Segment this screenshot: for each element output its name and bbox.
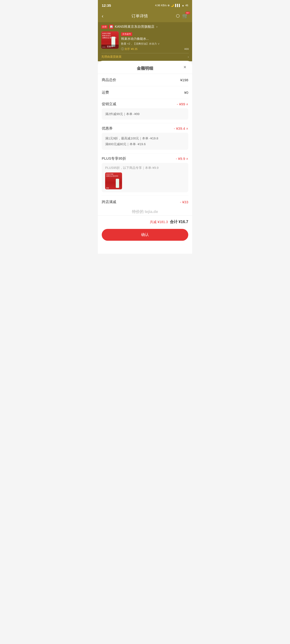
original-price: ¥99	[184, 48, 189, 50]
bluetooth-icon: ⊕	[168, 4, 170, 7]
cross-store-value: - ¥33	[180, 200, 188, 204]
plus-product-image: KANS 韩束清爽控油 紧实弹润 ¥99	[105, 172, 122, 189]
network-speed: 4.96 KB/s	[155, 4, 167, 7]
coupon-detail-box: 满1元9折，最高减100元｜本单 -¥19.8 满800元减80元｜本单 -¥1…	[102, 133, 188, 150]
plus-product-img-text: KANS 韩束清爽控油 紧实弹润	[106, 174, 118, 177]
coupon-header: 优惠券 - ¥39.4 ∧	[102, 126, 188, 131]
plus-detail-box: PLUS95折，以下商品专享｜本单-¥9.9 KANS 韩束清爽控油 紧实弹润 …	[102, 163, 188, 192]
status-icons: 4.96 KB/s ⊕ 🌙 ▌▌▌ ▲ 46	[155, 4, 188, 7]
moon-icon: 🌙	[171, 4, 174, 7]
arrival-price: 到手 ¥8.35	[125, 48, 137, 50]
coupon-detail-text-2: 满800元减80元｜本单 -¥19.6	[105, 141, 185, 147]
summary-row: 共减 ¥181.3 合计 ¥16.7	[102, 220, 188, 224]
confirm-button[interactable]: 确认	[102, 229, 188, 241]
nav-bar: ‹ 订单详情 ⬡ 🛒 99+	[98, 10, 192, 22]
shipping-value: ¥0	[184, 90, 188, 94]
promotion-label: 促销立减	[102, 102, 116, 106]
plus-detail-text: PLUS95折，以下商品专享｜本单-¥9.9	[105, 166, 185, 170]
promotion-value-row: - ¥99 ∧	[177, 102, 188, 106]
coupon-section: 优惠券 - ¥39.4 ∧ 满1元9折，最高减100元｜本单 -¥19.8 满8…	[102, 123, 188, 154]
return-policy-text: 无理由退货政策	[101, 55, 121, 59]
back-button[interactable]: ‹	[102, 13, 103, 19]
product-status-overlay: 采购中	[101, 44, 119, 49]
page-title: 订单详情	[131, 13, 148, 19]
coupon-value-row: - ¥39.4 ∧	[174, 126, 188, 130]
arrival-price-value: ¥8.35	[131, 48, 137, 50]
promotion-header: 促销立减 - ¥99 ∧	[102, 102, 188, 106]
plus-value: - ¥9.9	[176, 156, 185, 161]
bottom-sheet: 金额明细 × 商品总价 ¥198 运费 ¥0 促销立减 - ¥99 ∧ 满2件减…	[98, 61, 192, 254]
product-section: 自营 📊 KANS韩束京东自营旗舰店 › KANS 韩束韩束水动力清爽控油 紧实…	[98, 22, 192, 61]
return-policy-row[interactable]: 无理由退货政策 ›	[101, 53, 189, 59]
store-logo-icon: 📊	[109, 24, 113, 29]
plus-label: PLUS专享95折	[102, 156, 126, 161]
store-header[interactable]: 自营 📊 KANS韩束京东自营旗舰店 ›	[101, 24, 189, 29]
coupon-value: - ¥39.4	[174, 126, 185, 130]
plus-img-price: ¥99	[106, 187, 109, 189]
total-price-label: 商品总价	[102, 78, 116, 82]
wifi-icon: ▲	[182, 4, 184, 7]
amount-detail-list: 商品总价 ¥198 运费 ¥0 促销立减 - ¥99 ∧ 满2件减99元｜本单 …	[98, 74, 192, 208]
cart-badge: 99+	[185, 12, 190, 14]
plus-bottle-shape	[116, 179, 119, 188]
product-info: 京东超市 韩束水动力焕能水... 数量 ×2，【清爽控油】水动力 ∨ ⓘ 到手 …	[121, 31, 189, 51]
total-discount-value: ¥181.3	[158, 220, 168, 224]
status-bar: 12:35 4.96 KB/s ⊕ 🌙 ▌▌▌ ▲ 46	[98, 0, 192, 10]
plus-value-row: - ¥9.9 ∧	[176, 156, 188, 161]
product-spec[interactable]: 数量 ×2，【清爽控油】水动力 ∨	[121, 42, 189, 46]
nav-actions: ⬡ 🛒 99+	[176, 13, 188, 19]
status-time: 12:35	[102, 4, 111, 8]
jd-supermarket-badge: 京东超市	[121, 32, 132, 36]
battery-level: 46	[185, 4, 188, 7]
promotion-detail-text: 满2件减99元｜本单 -¥99	[105, 111, 185, 117]
total-final-label: 合计	[170, 220, 178, 224]
close-button[interactable]: ×	[182, 64, 188, 71]
coupon-label: 优惠券	[102, 126, 113, 131]
arrival-label: 到手	[125, 48, 130, 50]
cross-store-section: 跨店满减 - ¥33	[102, 196, 188, 208]
plus-section: PLUS专享95折 - ¥9.9 ∧ PLUS95折，以下商品专享｜本单-¥9.…	[102, 154, 188, 196]
total-price-row: 商品总价 ¥198	[102, 74, 188, 86]
cross-store-label: 跨店满减	[102, 200, 116, 204]
signal-icon: ▌▌▌	[175, 4, 181, 7]
total-final-value: ¥16.7	[179, 220, 188, 224]
product-image: KANS 韩束韩束水动力清爽控油 紧实弹润 ¥99 采购中	[101, 31, 119, 49]
store-arrow-icon: ›	[156, 25, 157, 28]
share-icon[interactable]: ⬡	[176, 13, 180, 18]
store-name: KANS韩束京东自营旗舰店	[115, 24, 155, 29]
sheet-title: 金额明细	[137, 66, 153, 71]
self-operated-badge: 自营	[101, 25, 107, 29]
total-discount-text: 共减 ¥181.3	[150, 220, 168, 224]
cart-button[interactable]: 🛒 99+	[182, 13, 188, 19]
total-price-value: ¥198	[180, 78, 188, 82]
plus-header: PLUS专享95折 - ¥9.9 ∧	[102, 156, 188, 161]
coupon-chevron-icon[interactable]: ∧	[186, 127, 188, 130]
watermark-container: 特价的 tejia.de	[98, 208, 192, 216]
promotion-detail-box: 满2件减99元｜本单 -¥99	[102, 108, 188, 120]
promotion-section: 促销立减 - ¥99 ∧ 满2件减99元｜本单 -¥99	[102, 99, 188, 123]
shipping-row: 运费 ¥0	[102, 86, 188, 99]
plus-chevron-icon[interactable]: ∧	[186, 157, 188, 160]
sheet-header: 金额明细 ×	[98, 61, 192, 74]
promotion-chevron-icon[interactable]: ∧	[186, 102, 188, 106]
promotion-value: - ¥99	[177, 102, 185, 106]
total-discount-label: 共减	[150, 220, 157, 224]
footer-summary: 共减 ¥181.3 合计 ¥16.7	[98, 216, 192, 226]
return-policy-arrow-icon: ›	[188, 55, 189, 58]
coupon-detail-text-1: 满1元9折，最高减100元｜本单 -¥19.8	[105, 136, 185, 141]
product-title: 韩束水动力焕能水...	[121, 37, 189, 41]
shipping-label: 运费	[102, 90, 109, 95]
total-final-text: 合计 ¥16.7	[170, 220, 189, 224]
watermark-text: 特价的 tejia.de	[132, 209, 158, 214]
product-card: KANS 韩束韩束水动力清爽控油 紧实弹润 ¥99 采购中 京东超市 韩束水动力…	[101, 31, 189, 51]
info-icon: ⓘ	[121, 47, 125, 51]
